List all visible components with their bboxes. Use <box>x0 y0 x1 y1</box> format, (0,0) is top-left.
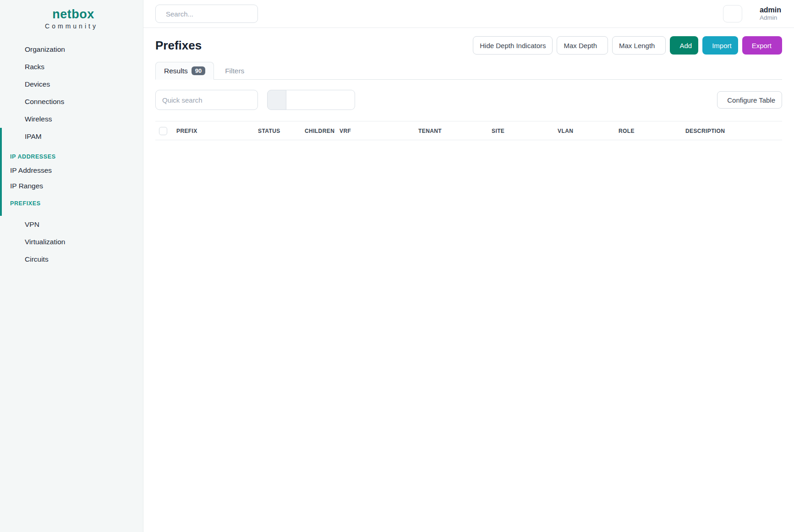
tab-bar: Results 90 Filters <box>155 62 782 80</box>
add-button[interactable]: Add <box>670 36 698 55</box>
sidebar-item-vpn[interactable]: VPN <box>0 216 143 233</box>
theme-toggle-button[interactable] <box>723 5 742 22</box>
sidebar-item-virtualization[interactable]: Virtualization <box>0 233 143 251</box>
ipam-expanded-group: IPAM IP ADDRESSESIP AddressesIP RangesPR… <box>0 128 143 216</box>
global-search[interactable] <box>155 5 258 23</box>
sidebar-nav: Organization Racks Devices Connections W <box>0 34 143 268</box>
tab-filters[interactable]: Filters <box>217 63 252 79</box>
sidebar-item-circuits[interactable]: Circuits <box>0 251 143 268</box>
column-header-role[interactable]: ROLE <box>615 121 682 140</box>
configure-table-button[interactable]: Configure Table <box>717 91 782 109</box>
sidebar-section-header: IP ADDRESSES <box>2 147 143 163</box>
column-header-site[interactable]: SITE <box>488 121 554 140</box>
saved-filter-select[interactable] <box>286 90 355 110</box>
brand-name: netbox <box>52 7 94 22</box>
table-header-row: PREFIX STATUS CHILDREN VRF TENANT SITE V… <box>155 121 782 140</box>
prefixes-table: PREFIX STATUS CHILDREN VRF TENANT SITE V… <box>155 121 782 140</box>
column-header-vlan[interactable]: VLAN <box>554 121 615 140</box>
sidebar-section-header: PREFIXES <box>2 194 143 209</box>
brand-subtitle: Community <box>0 22 143 30</box>
sidebar-item-connections[interactable]: Connections <box>0 93 143 110</box>
sidebar-item-ip-ranges[interactable]: IP Ranges <box>2 178 143 194</box>
topbar: admin Admin <box>143 0 794 28</box>
user-name: admin <box>760 6 781 14</box>
hide-depth-indicators-button[interactable]: Hide Depth Indicators <box>473 36 553 55</box>
sidebar-item-organization[interactable]: Organization <box>0 41 143 58</box>
import-button[interactable]: Import <box>702 36 738 55</box>
sidebar-item-ipam[interactable]: IPAM <box>2 128 143 145</box>
select-all-checkbox[interactable] <box>159 127 167 135</box>
sidebar-item-ip-addresses[interactable]: IP Addresses <box>2 163 143 178</box>
quick-search-input[interactable] <box>155 90 258 110</box>
tab-results[interactable]: Results 90 <box>155 62 214 80</box>
ipam-sections: IP ADDRESSESIP AddressesIP RangesPREFIXE… <box>2 145 143 216</box>
search-input[interactable] <box>166 10 252 18</box>
results-count-badge: 90 <box>192 66 205 75</box>
page-title: Prefixes <box>155 38 202 53</box>
filter-button[interactable] <box>267 90 286 110</box>
column-header-children[interactable]: CHILDREN <box>301 121 336 140</box>
brand: netbox Community <box>0 0 143 34</box>
column-header-tenant[interactable]: TENANT <box>415 121 488 140</box>
column-header-vrf[interactable]: VRF <box>336 121 415 140</box>
column-header-status[interactable]: STATUS <box>254 121 301 140</box>
max-length-dropdown[interactable]: Max Length <box>612 36 666 55</box>
user-menu[interactable]: admin Admin <box>760 6 781 22</box>
column-header-description[interactable]: DESCRIPTION <box>682 121 740 140</box>
page-content: Prefixes Hide Depth Indicators Max Depth… <box>143 28 794 532</box>
export-dropdown[interactable]: Export <box>742 36 782 55</box>
sidebar-item-wireless[interactable]: Wireless <box>0 110 143 128</box>
user-role: Admin <box>760 14 781 22</box>
max-depth-dropdown[interactable]: Max Depth <box>557 36 608 55</box>
saved-filter-group <box>267 90 355 110</box>
sidebar: netbox Community Organization Racks Devi… <box>0 0 143 532</box>
sidebar-item-devices[interactable]: Devices <box>0 76 143 93</box>
column-header-prefix[interactable]: PREFIX <box>173 121 254 140</box>
app-window: netbox Community Organization Racks Devi… <box>0 0 794 532</box>
sidebar-item-racks[interactable]: Racks <box>0 58 143 76</box>
